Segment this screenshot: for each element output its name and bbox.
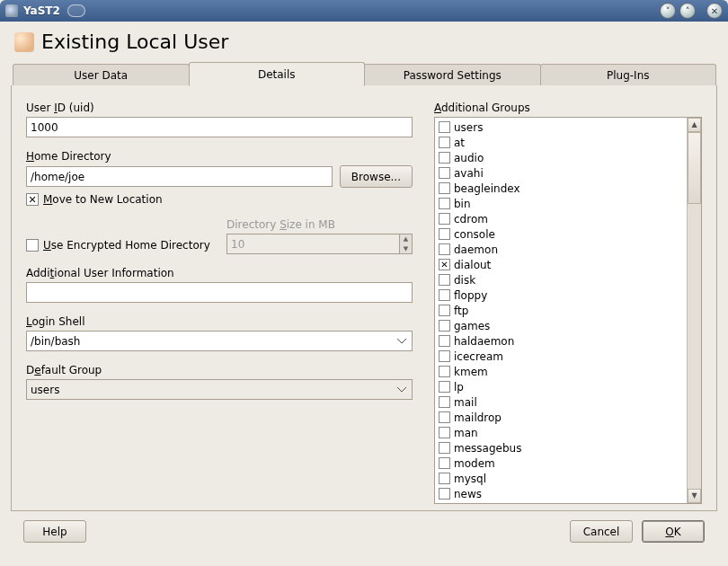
- dirsize-spinner: ▲▼: [226, 234, 413, 254]
- group-item[interactable]: daemon: [437, 242, 685, 257]
- checkbox-icon: [439, 366, 450, 377]
- group-item[interactable]: maildrop: [437, 410, 685, 425]
- group-item[interactable]: beagleindex: [437, 181, 685, 196]
- use-encrypted-home-checkbox[interactable]: Use Encrypted Home Directory: [26, 239, 210, 252]
- app-icon: [5, 4, 18, 17]
- group-item[interactable]: audio: [437, 150, 685, 165]
- checkbox-icon: [439, 137, 450, 148]
- checkbox-icon: [439, 228, 450, 240]
- checkbox-icon: [439, 305, 450, 316]
- group-label: audio: [454, 152, 484, 164]
- additional-groups-listbox[interactable]: usersataudioavahibeagleindexbincdromcons…: [434, 117, 702, 504]
- checkbox-icon: [439, 198, 450, 209]
- dirsize-input: [226, 234, 399, 254]
- tab-plug-ins[interactable]: Plug-Ins: [540, 64, 717, 85]
- group-item[interactable]: floppy: [437, 287, 685, 303]
- users-icon: [14, 32, 34, 52]
- window-minimize-icon[interactable]: ˅: [660, 3, 676, 19]
- uid-label: User ID (uid): [26, 102, 413, 114]
- group-label: dialout: [454, 259, 491, 271]
- scrollbar-thumb[interactable]: [688, 132, 701, 204]
- group-item[interactable]: at: [437, 135, 685, 150]
- group-item[interactable]: bin: [437, 196, 685, 211]
- tab-label: Plug-Ins: [607, 69, 650, 82]
- group-item[interactable]: modem: [437, 455, 685, 471]
- window-close-icon[interactable]: ✕: [706, 3, 723, 19]
- group-label: mysql: [454, 473, 486, 485]
- login-shell-select[interactable]: /bin/bash: [26, 331, 413, 351]
- group-item[interactable]: kmem: [437, 364, 685, 379]
- group-label: ftp: [454, 305, 468, 317]
- group-item[interactable]: icecream: [437, 349, 685, 364]
- checkbox-icon: [439, 350, 450, 362]
- scroll-up-icon[interactable]: ▲: [688, 118, 701, 132]
- group-item[interactable]: lp: [437, 379, 685, 394]
- scroll-down-icon[interactable]: ▼: [688, 489, 701, 503]
- cancel-button[interactable]: Cancel: [570, 520, 633, 543]
- tab-label: User Data: [74, 69, 128, 82]
- group-label: kmem: [454, 366, 488, 378]
- checkbox-icon: [439, 121, 450, 133]
- checkbox-icon: [439, 167, 450, 179]
- group-label: games: [454, 320, 490, 332]
- tab-label: Password Settings: [404, 69, 502, 82]
- group-label: bin: [454, 198, 471, 210]
- group-item[interactable]: console: [437, 226, 685, 242]
- group-label: users: [454, 121, 483, 134]
- additional-info-label: Additional User Information: [26, 267, 413, 279]
- checkbox-icon: [439, 381, 450, 393]
- checkbox-icon: [439, 320, 450, 332]
- home-directory-input[interactable]: [26, 166, 333, 187]
- group-item[interactable]: users: [437, 119, 685, 135]
- uid-input[interactable]: [26, 117, 413, 137]
- additional-info-input[interactable]: [26, 282, 413, 303]
- titlebar: YaST2 ˅ ˄ ✕: [0, 0, 728, 22]
- tabs: User Data Details Password Settings Plug…: [13, 62, 715, 85]
- home-label: Home Directory: [26, 150, 413, 163]
- group-label: at: [454, 137, 465, 149]
- checkbox-icon: [439, 289, 450, 301]
- move-to-new-location-checkbox[interactable]: Move to New Location: [26, 193, 163, 206]
- group-item[interactable]: messagebus: [437, 440, 685, 455]
- tab-password-settings[interactable]: Password Settings: [364, 64, 541, 85]
- tab-user-data[interactable]: User Data: [13, 64, 190, 85]
- group-label: cdrom: [454, 213, 488, 226]
- default-group-label: Default Group: [26, 364, 413, 376]
- group-item[interactable]: cdrom: [437, 211, 685, 226]
- group-label: icecream: [454, 350, 503, 363]
- group-item[interactable]: mail: [437, 394, 685, 410]
- tab-details[interactable]: Details: [189, 62, 366, 86]
- default-group-select[interactable]: users: [26, 379, 413, 400]
- group-item[interactable]: games: [437, 318, 685, 333]
- checkbox-icon: [439, 427, 450, 438]
- window-maximize-icon[interactable]: ˄: [679, 3, 696, 19]
- group-label: messagebus: [454, 442, 521, 455]
- dirsize-label: Directory Size in MB: [226, 218, 413, 231]
- checkbox-icon: [439, 488, 450, 500]
- login-shell-label: Login Shell: [26, 315, 413, 328]
- ok-button[interactable]: OK: [642, 520, 705, 543]
- group-item[interactable]: disk: [437, 272, 685, 287]
- checkbox-icon: [439, 182, 450, 194]
- checkbox-icon: [439, 335, 450, 347]
- window-title: YaST2: [23, 4, 60, 17]
- checkbox-icon: [26, 239, 39, 252]
- group-label: man: [454, 427, 478, 439]
- group-item[interactable]: dialout: [437, 257, 685, 272]
- group-item[interactable]: ftp: [437, 303, 685, 318]
- group-item[interactable]: haldaemon: [437, 333, 685, 349]
- group-label: daemon: [454, 243, 498, 256]
- page-title: Existing Local User: [41, 31, 228, 53]
- group-item[interactable]: avahi: [437, 165, 685, 181]
- group-item[interactable]: mysql: [437, 471, 685, 486]
- browse-button[interactable]: Browse...: [340, 165, 413, 188]
- group-label: news: [454, 488, 482, 500]
- group-label: modem: [454, 457, 495, 470]
- help-button[interactable]: Help: [23, 520, 86, 543]
- additional-groups-label: Additional Groups: [434, 102, 702, 114]
- group-item[interactable]: news: [437, 486, 685, 501]
- checkbox-icon: [439, 274, 450, 286]
- group-label: disk: [454, 274, 475, 287]
- scrollbar[interactable]: ▲ ▼: [687, 118, 701, 503]
- group-item[interactable]: man: [437, 425, 685, 440]
